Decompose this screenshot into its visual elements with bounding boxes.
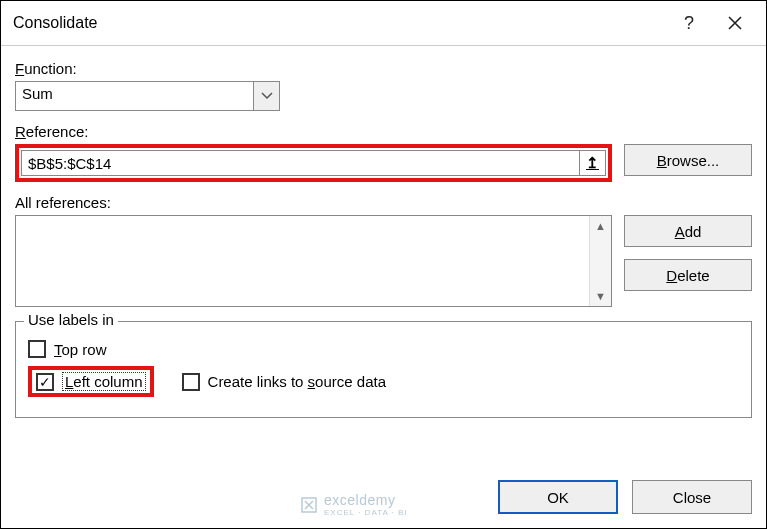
list-scrollbar[interactable]: ▲ ▼ bbox=[589, 216, 611, 306]
reference-input[interactable]: $B$5:$C$14 ↥ bbox=[21, 150, 606, 176]
checkbox-box bbox=[28, 340, 46, 358]
top-row-checkbox[interactable]: Top row bbox=[28, 340, 107, 358]
close-icon[interactable] bbox=[712, 6, 758, 40]
close-button[interactable]: Close bbox=[632, 480, 752, 514]
function-combo[interactable]: Sum bbox=[15, 81, 280, 111]
consolidate-dialog: Consolidate ? Function: Sum Reference: $… bbox=[0, 0, 767, 529]
chevron-down-icon bbox=[261, 92, 273, 100]
ok-button[interactable]: OK bbox=[498, 480, 618, 514]
help-button[interactable]: ? bbox=[666, 6, 712, 40]
all-references-label: All references: bbox=[15, 194, 752, 211]
use-labels-fieldset: Use labels in Top row ✓ Left column Crea… bbox=[15, 321, 752, 418]
all-references-list[interactable]: ▲ ▼ bbox=[15, 215, 612, 307]
use-labels-legend: Use labels in bbox=[24, 311, 118, 328]
delete-button[interactable]: Delete bbox=[624, 259, 752, 291]
dialog-footer: OK Close bbox=[1, 472, 766, 528]
scroll-up-icon[interactable]: ▲ bbox=[595, 216, 606, 236]
create-links-label: Create links to source data bbox=[208, 373, 386, 390]
function-label: Function: bbox=[15, 60, 752, 77]
all-references-row: ▲ ▼ Add Delete bbox=[15, 215, 752, 307]
add-button[interactable]: Add bbox=[624, 215, 752, 247]
left-column-highlight: ✓ Left column bbox=[28, 366, 154, 397]
all-references-inner bbox=[16, 216, 589, 306]
reference-value: $B$5:$C$14 bbox=[22, 155, 579, 172]
titlebar: Consolidate ? bbox=[1, 1, 766, 45]
side-buttons: Add Delete bbox=[624, 215, 752, 291]
dialog-title: Consolidate bbox=[13, 14, 666, 32]
reference-label: Reference: bbox=[15, 123, 752, 140]
dialog-content: Function: Sum Reference: $B$5:$C$14 ↥ Br… bbox=[1, 56, 766, 472]
checkbox-box bbox=[182, 373, 200, 391]
reference-highlight: $B$5:$C$14 ↥ bbox=[15, 144, 612, 182]
function-value: Sum bbox=[16, 82, 253, 110]
left-column-label: Left column bbox=[62, 372, 146, 391]
checkbox-box-checked: ✓ bbox=[36, 373, 54, 391]
reference-row: $B$5:$C$14 ↥ Browse... bbox=[15, 144, 752, 182]
left-column-checkbox[interactable]: ✓ Left column bbox=[36, 372, 146, 391]
collapse-dialog-icon[interactable]: ↥ bbox=[579, 151, 605, 175]
create-links-checkbox[interactable]: Create links to source data bbox=[182, 373, 386, 391]
function-dropdown-button[interactable] bbox=[253, 82, 279, 110]
browse-button[interactable]: Browse... bbox=[624, 144, 752, 176]
top-row-label: Top row bbox=[54, 341, 107, 358]
scroll-down-icon[interactable]: ▼ bbox=[595, 286, 606, 306]
titlebar-divider bbox=[1, 45, 766, 46]
